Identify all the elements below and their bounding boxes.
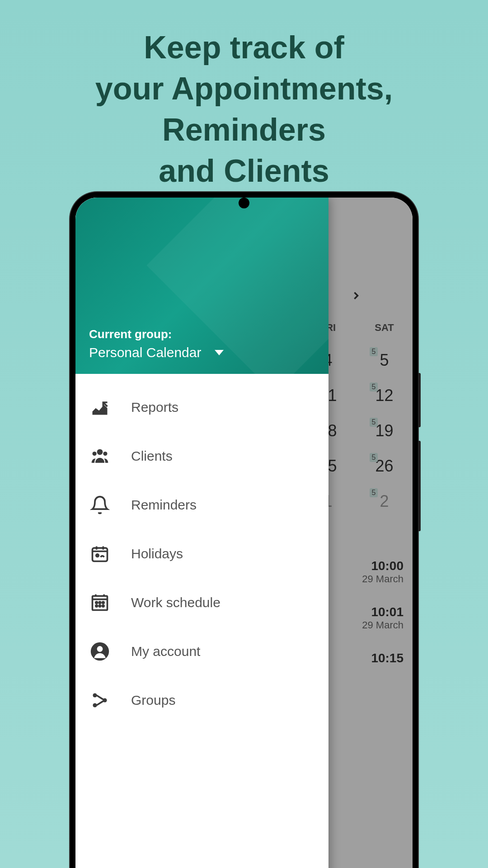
reports-icon (89, 396, 111, 418)
nav-drawer: Current group: Personal Calendar Reports… (75, 198, 328, 868)
headline-line-4: and Clients (18, 151, 470, 192)
svg-point-13 (97, 646, 103, 652)
svg-point-2 (103, 452, 107, 456)
menu-label: Reports (131, 400, 178, 415)
clients-icon (89, 445, 111, 467)
svg-rect-3 (93, 548, 108, 561)
svg-point-1 (93, 452, 97, 456)
headline-line-2: your Appointments, (18, 68, 470, 109)
menu-item-account[interactable]: My account (75, 627, 328, 676)
menu-label: Clients (131, 448, 173, 464)
groups-icon (89, 689, 111, 711)
reminders-icon (89, 494, 111, 516)
headline-line-3: Reminders (18, 109, 470, 151)
svg-point-7 (99, 602, 101, 604)
svg-point-4 (96, 554, 99, 557)
menu-item-reminders[interactable]: Reminders (75, 481, 328, 529)
svg-point-8 (103, 602, 104, 604)
phone-side-button (418, 373, 421, 427)
svg-point-16 (93, 703, 97, 707)
menu-item-groups[interactable]: Groups (75, 676, 328, 725)
menu-item-clients[interactable]: Clients (75, 432, 328, 481)
menu-label: My account (131, 644, 200, 659)
svg-point-0 (97, 449, 103, 455)
current-group-label: Current group: (89, 327, 315, 341)
phone-screen: FRI SAT 5 4 5 5 5 11 5 12 5 18 5 19 5 25 (75, 198, 413, 868)
svg-point-11 (103, 605, 104, 607)
chevron-down-icon (215, 350, 224, 355)
menu-label: Groups (131, 693, 175, 708)
group-selector[interactable]: Personal Calendar (89, 345, 315, 360)
menu-item-holidays[interactable]: Holidays (75, 529, 328, 578)
schedule-icon (89, 592, 111, 613)
account-icon (89, 641, 111, 662)
phone-side-button (418, 441, 421, 531)
menu-item-schedule[interactable]: Work schedule (75, 578, 328, 627)
marketing-headline: Keep track of your Appointments, Reminde… (0, 0, 488, 210)
menu-label: Holidays (131, 546, 183, 561)
menu-item-reports[interactable]: Reports (75, 383, 328, 432)
camera-notch (239, 198, 249, 208)
menu-label: Reminders (131, 497, 197, 513)
svg-point-6 (96, 602, 98, 604)
group-value: Personal Calendar (89, 345, 201, 360)
menu-list: Reports Clients Reminders Holidays Work … (75, 374, 328, 734)
phone-frame: FRI SAT 5 4 5 5 5 11 5 12 5 18 5 19 5 25 (70, 192, 418, 868)
svg-point-9 (96, 605, 98, 607)
menu-label: Work schedule (131, 595, 221, 610)
drawer-header: Current group: Personal Calendar (75, 198, 328, 374)
headline-line-1: Keep track of (18, 27, 470, 68)
svg-point-10 (99, 605, 101, 607)
svg-point-14 (93, 693, 97, 697)
holidays-icon (89, 543, 111, 565)
